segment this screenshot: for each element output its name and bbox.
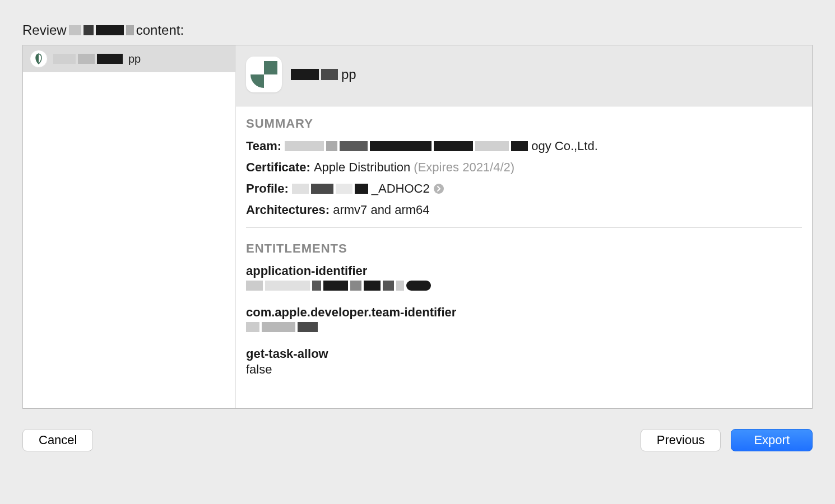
- summary-title: SUMMARY: [246, 116, 802, 131]
- entitlement-item: com.apple.developer.team-identifier: [246, 305, 802, 335]
- detail-app-suffix: pp: [341, 67, 356, 82]
- certificate-row: Certificate: Apple Distribution (Expires…: [246, 160, 802, 175]
- entitlements-title: ENTITLEMENTS: [246, 241, 802, 256]
- entitlement-value: [246, 321, 802, 335]
- sidebar-item-suffix: pp: [128, 53, 141, 66]
- app-icon: [30, 50, 48, 68]
- export-button[interactable]: Export: [731, 429, 813, 451]
- detail-body: SUMMARY Team: ogy Co.,Ltd. Certificate: …: [236, 106, 812, 402]
- redacted-text: [53, 54, 123, 64]
- redacted-text: [291, 69, 338, 80]
- review-suffix: content:: [136, 22, 184, 38]
- entitlement-key: application-identifier: [246, 264, 802, 278]
- redacted-text: [246, 281, 431, 291]
- redacted-text: [285, 141, 528, 151]
- profile-suffix: _ADHOC2: [372, 181, 430, 196]
- profile-row: Profile: _ADHOC2: [246, 181, 802, 196]
- sidebar-item-app[interactable]: pp: [23, 45, 235, 72]
- entitlement-value: false: [246, 362, 802, 377]
- detail-app-icon: [246, 57, 282, 92]
- certificate-value: Apple Distribution: [314, 160, 410, 175]
- architectures-label: Architectures:: [246, 203, 330, 217]
- previous-button[interactable]: Previous: [641, 429, 721, 451]
- detail-app-name: pp: [291, 67, 356, 82]
- detail-panel: pp SUMMARY Team: ogy Co.,Ltd. Cert: [236, 45, 812, 408]
- entitlement-value: [246, 279, 802, 294]
- detail-header: pp: [236, 45, 812, 106]
- button-group-right: Previous Export: [641, 429, 813, 451]
- svg-point-0: [434, 184, 444, 194]
- profile-label: Profile:: [246, 181, 289, 196]
- redacted-text: [292, 184, 368, 194]
- entitlement-key: com.apple.developer.team-identifier: [246, 305, 802, 320]
- arrow-right-icon[interactable]: [433, 183, 444, 194]
- team-label: Team:: [246, 139, 281, 153]
- divider: [246, 227, 802, 228]
- team-row: Team: ogy Co.,Ltd.: [246, 139, 802, 153]
- entitlement-item: application-identifier: [246, 264, 802, 294]
- button-row: Cancel Previous Export: [22, 429, 813, 451]
- sidebar: pp: [23, 45, 236, 408]
- architectures-row: Architectures: armv7 and arm64: [246, 203, 802, 217]
- review-header: Review content:: [22, 22, 813, 38]
- certificate-expires: (Expires 2021/4/2): [414, 160, 514, 175]
- review-prefix: Review: [22, 22, 67, 38]
- entitlement-key: get-task-allow: [246, 347, 802, 361]
- team-suffix: ogy Co.,Ltd.: [531, 139, 598, 153]
- main-panel: pp pp SUMMARY Team:: [22, 45, 813, 409]
- architectures-value: armv7 and arm64: [333, 203, 429, 217]
- cancel-button[interactable]: Cancel: [22, 429, 93, 451]
- redacted-text: [246, 322, 318, 332]
- certificate-label: Certificate:: [246, 160, 310, 175]
- entitlement-item: get-task-allow false: [246, 347, 802, 377]
- redacted-text: [69, 25, 134, 35]
